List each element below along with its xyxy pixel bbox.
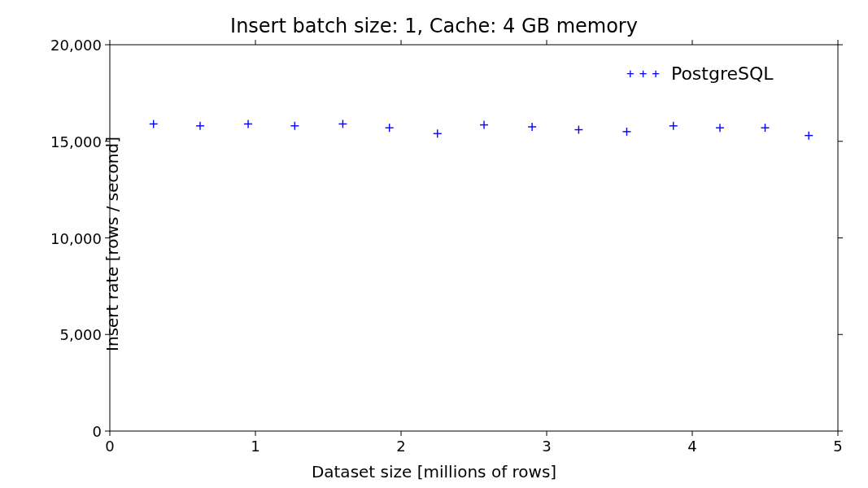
y-ticks	[105, 45, 843, 431]
data-points	[150, 120, 813, 139]
chart-container: Insert batch size: 1, Cache: 4 GB memory…	[0, 0, 868, 488]
plot-frame	[110, 45, 838, 431]
plot-svg	[0, 0, 868, 488]
x-ticks	[110, 40, 838, 436]
